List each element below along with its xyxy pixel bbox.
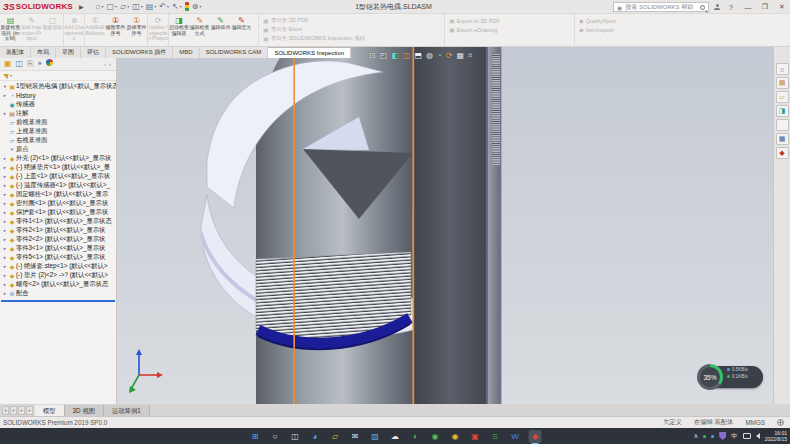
rollback-bar[interactable] (1, 300, 115, 302)
tree-item-row[interactable]: ▸ ◆ (-) 上盖<1> (默认<<默认>_显示状 (0, 172, 116, 181)
tree-root-row[interactable]: ▾ ▣ 1型铠装热电偶 (默认<默认_显示状态-1 (0, 82, 116, 91)
qat-button[interactable]: ▢▾ (106, 3, 117, 11)
login-user-icon[interactable] (714, 4, 720, 10)
ribbon-button[interactable]: ◨ 启动检查编辑器 (168, 14, 189, 46)
qat-button[interactable]: ↖▾ (172, 3, 182, 11)
hud-icon[interactable]: ⊡ (369, 51, 376, 60)
minimize-button[interactable]: — (742, 4, 754, 11)
ribbon-button[interactable]: ▢ 新建模板 (42, 14, 63, 46)
options-gear-icon[interactable]: ⊛▾ (192, 3, 202, 11)
hud-icon[interactable]: ◫ (403, 51, 411, 60)
tree-item-row[interactable]: ▸ ▤ 注解 (0, 109, 116, 118)
ribbon-button[interactable]: ▤ 新建检查项目 (imp;M) (0, 14, 21, 46)
units-selector[interactable]: MMGS (745, 419, 765, 426)
tree-item-row[interactable]: ▸ ◆ (-) 绝缘套.step<1> (默认<<默认> (0, 262, 116, 271)
tree-item-row[interactable]: ▸ ◔ History (0, 91, 116, 100)
ribbon-tab[interactable]: MBD (173, 47, 199, 58)
tab-scroll-arrows[interactable]: ‹ › (104, 61, 112, 67)
taskbar-app-button[interactable]: ◫ (289, 430, 302, 443)
property-manager-tab[interactable]: ◫ (16, 59, 24, 69)
ribbon-button[interactable]: ✎ 编辑检查方式 (189, 14, 210, 46)
tree-item-row[interactable]: ▸ ◆ 零件2<2> (默认<<默认>_显示状 (0, 235, 116, 244)
hud-icon[interactable]: ◰ (380, 51, 388, 60)
export-menu-item[interactable]: ◆QualityXpert (579, 17, 684, 24)
taskbar-app-button[interactable]: ◉ (429, 430, 442, 443)
hud-icon[interactable]: ⟳ (446, 51, 453, 60)
qat-button[interactable]: ▤▾ (146, 3, 157, 11)
tree-item-row[interactable]: ⌖ 原点 (0, 145, 116, 154)
task-pane-button[interactable]: ▱ (776, 91, 789, 103)
tree-item-row[interactable]: ▸ ◆ (-) 温度传感器<1> (默认<<默认>_ (0, 181, 116, 190)
taskbar-app-button[interactable]: ◉ (449, 430, 462, 443)
tray-app-icon[interactable] (703, 435, 706, 438)
volume-icon[interactable] (756, 433, 760, 439)
export-menu-item[interactable]: ▣导出至 2D PDF (263, 17, 444, 24)
taskbar-app-button[interactable]: S (489, 430, 502, 443)
qat-button[interactable]: ▱▾ (120, 3, 129, 11)
export-menu-item[interactable]: ▣Export to 3D PDF (449, 17, 574, 24)
configuration-manager-tab[interactable]: ⎘ (27, 59, 33, 69)
qat-button[interactable]: ◫▾ (132, 3, 143, 11)
taskbar-clock[interactable]: 16:01 2022/8/15 (765, 430, 787, 442)
tree-item-row[interactable]: ▸ ⊚ 配合 (0, 289, 116, 298)
ribbon-tab[interactable]: 草图 (56, 47, 81, 58)
taskbar-app-button[interactable]: ⊞ (249, 430, 262, 443)
ribbon-button[interactable]: ① Add/Edit Balloons (84, 14, 105, 46)
document-tab[interactable]: 模型 (35, 405, 65, 416)
ribbon-tab[interactable]: SOLIDWORKS 插件 (106, 47, 173, 58)
taskbar-app-button[interactable]: ▨ (369, 430, 382, 443)
dimxpert-manager-tab[interactable]: ⌖ (38, 59, 43, 69)
taskbar-app-button[interactable]: ◆ (529, 430, 542, 443)
task-pane-button[interactable] (776, 119, 789, 131)
ribbon-tab[interactable]: 评估 (81, 47, 106, 58)
tree-item-row[interactable]: ◉ 传感器 (0, 100, 116, 109)
ribbon-tab[interactable]: SOLIDWORKS CAM (200, 47, 269, 58)
tree-item-row[interactable]: ▱ 上视基准面 (0, 127, 116, 136)
ribbon-button[interactable]: ✎ 编辑操作 (210, 14, 231, 46)
tree-item-row[interactable]: ▸ ◆ 零件5<1> (默认<<默认>_显示状 (0, 253, 116, 262)
feature-tree-tab[interactable]: ▣ (4, 59, 12, 69)
task-pane-button[interactable]: ⌂ (776, 63, 789, 75)
ribbon-button[interactable]: ✎ 编辑宏方 (231, 14, 252, 46)
tree-item-row[interactable]: ▸ ◆ 零件1<1> (默认<<默认>_显示状态 (0, 217, 116, 226)
tree-item-row[interactable]: ▸ ◆ 密封圈<1> (默认<<默认>_显示状 (0, 199, 116, 208)
tray-app2-icon[interactable] (711, 435, 714, 438)
ribbon-button[interactable]: ✎ Edit Inspection Project (21, 14, 42, 46)
document-tab[interactable]: 3D 视图 (65, 405, 104, 416)
export-menu-item[interactable]: ▣Export eDrawing (449, 26, 574, 33)
tab-nav-arrows[interactable]: ⏴⏴⏵⏵ (0, 406, 35, 416)
tree-item-row[interactable]: ▱ 前视基准面 (0, 118, 116, 127)
tree-item-row[interactable]: ▸ ◆ 保护套<1> (默认<<默认>_显示状 (0, 208, 116, 217)
display-cast-icon[interactable] (743, 433, 751, 439)
traffic-light-icon[interactable] (185, 2, 189, 11)
tree-item-row[interactable]: ▸ ◆ (-) 垫片 (2)<2> ->? (默认<<默认> (0, 271, 116, 280)
graphics-viewport[interactable]: ⊡ ◰ ◧ ◫ ⬒ ◍ ◔ ⟳ ▦ ⌗ (117, 47, 773, 404)
hud-icon[interactable]: ⌗ (468, 51, 473, 60)
hud-icon[interactable]: ◔ (437, 51, 442, 60)
taskbar-app-button[interactable]: ✉ (349, 430, 362, 443)
tree-item-row[interactable]: ▸ ◆ 固定螺栓<1> (默认<<默认>_显示 (0, 190, 116, 199)
display-manager-tab[interactable] (46, 59, 53, 69)
ribbon-button[interactable]: ⟳ Update Inspection Project (147, 14, 168, 46)
tree-item-row[interactable]: ▸ ◆ 外壳 (2)<1> (默认<<默认>_显示状 (0, 154, 116, 163)
tree-item-row[interactable]: ▸ ◆ (-) 绝缘垫片<1> (默认<<默认>_显 (0, 163, 116, 172)
tree-item-row[interactable]: ▸ ◆ 零件2<1> (默认<<默认>_显示状 (0, 226, 116, 235)
taskbar-app-button[interactable]: ◕ (309, 430, 322, 443)
help-search-input[interactable]: ◉ 搜索 SOLIDWORKS 帮助 (613, 2, 709, 12)
task-pane-button[interactable]: ◆ (776, 147, 789, 159)
ribbon-tab[interactable]: 装配体 (0, 47, 31, 58)
close-button[interactable]: ✕ (776, 3, 788, 11)
taskbar-app-button[interactable]: ◖ (409, 430, 422, 443)
tray-chevron-icon[interactable]: ∧ (693, 432, 698, 440)
ribbon-tab[interactable]: 布局 (31, 47, 56, 58)
taskbar-app-button[interactable]: ☁ (389, 430, 402, 443)
menu-expand-arrow[interactable]: ▶ (79, 3, 84, 10)
task-pane-button[interactable]: ▤ (776, 77, 789, 89)
taskbar-app-button[interactable]: W (509, 430, 522, 443)
ribbon-button[interactable]: ① 移除零件序号 (105, 14, 126, 46)
export-menu-item[interactable]: ▣导出至 SOLIDWORKS Inspection 项目 (263, 35, 444, 42)
export-menu-item[interactable]: ▣导出至 Excel (263, 26, 444, 33)
task-pane-button[interactable]: ◨ (776, 105, 789, 117)
hud-icon[interactable]: ◍ (426, 51, 433, 60)
restore-button[interactable]: ❐ (759, 3, 771, 11)
